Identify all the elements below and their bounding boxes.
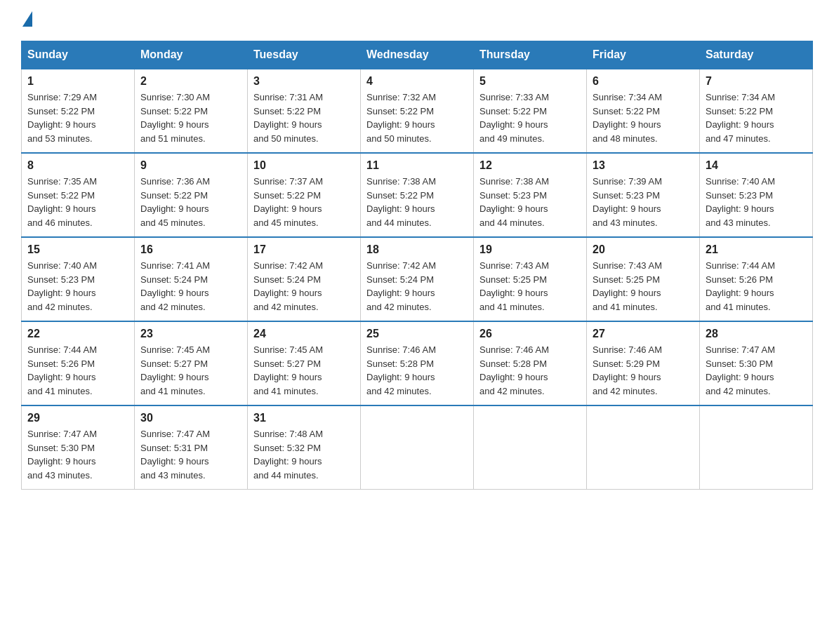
day-info: Sunrise: 7:46 AM Sunset: 5:28 PM Dayligh… [366, 344, 436, 396]
calendar-week-row: 1 Sunrise: 7:29 AM Sunset: 5:22 PM Dayli… [22, 69, 813, 153]
day-number: 16 [140, 243, 241, 256]
calendar-day-cell: 10 Sunrise: 7:37 AM Sunset: 5:22 PM Dayl… [248, 153, 361, 237]
calendar-day-cell: 1 Sunrise: 7:29 AM Sunset: 5:22 PM Dayli… [22, 69, 135, 153]
day-number: 17 [253, 243, 355, 256]
calendar-day-cell: 7 Sunrise: 7:34 AM Sunset: 5:22 PM Dayli… [700, 69, 813, 153]
weekday-header: Wednesday [361, 41, 474, 69]
calendar-day-cell: 8 Sunrise: 7:35 AM Sunset: 5:22 PM Dayli… [22, 153, 135, 237]
day-info: Sunrise: 7:38 AM Sunset: 5:22 PM Dayligh… [366, 176, 436, 228]
day-number: 15 [27, 243, 128, 256]
calendar-day-cell: 6 Sunrise: 7:34 AM Sunset: 5:22 PM Dayli… [587, 69, 700, 153]
calendar-header-row: SundayMondayTuesdayWednesdayThursdayFrid… [22, 41, 813, 69]
day-info: Sunrise: 7:29 AM Sunset: 5:22 PM Dayligh… [27, 92, 97, 144]
day-number: 3 [253, 75, 355, 88]
day-number: 30 [140, 412, 241, 424]
calendar-day-cell: 26 Sunrise: 7:46 AM Sunset: 5:28 PM Dayl… [474, 321, 587, 405]
day-info: Sunrise: 7:32 AM Sunset: 5:22 PM Dayligh… [366, 92, 436, 144]
calendar-day-cell: 29 Sunrise: 7:47 AM Sunset: 5:30 PM Dayl… [22, 405, 135, 490]
day-number: 31 [253, 412, 355, 424]
day-number: 5 [479, 75, 581, 88]
calendar-day-cell [474, 405, 587, 490]
calendar-week-row: 15 Sunrise: 7:40 AM Sunset: 5:23 PM Dayl… [22, 237, 813, 321]
calendar-day-cell: 14 Sunrise: 7:40 AM Sunset: 5:23 PM Dayl… [700, 153, 813, 237]
calendar-day-cell: 30 Sunrise: 7:47 AM Sunset: 5:31 PM Dayl… [135, 405, 248, 490]
weekday-header: Saturday [700, 41, 813, 69]
page-header [21, 14, 813, 27]
weekday-header: Tuesday [248, 41, 361, 69]
calendar-day-cell: 24 Sunrise: 7:45 AM Sunset: 5:27 PM Dayl… [248, 321, 361, 405]
calendar-day-cell: 27 Sunrise: 7:46 AM Sunset: 5:29 PM Dayl… [587, 321, 700, 405]
day-info: Sunrise: 7:43 AM Sunset: 5:25 PM Dayligh… [593, 260, 662, 312]
calendar-day-cell: 25 Sunrise: 7:46 AM Sunset: 5:28 PM Dayl… [361, 321, 474, 405]
day-info: Sunrise: 7:42 AM Sunset: 5:24 PM Dayligh… [366, 260, 436, 312]
day-info: Sunrise: 7:36 AM Sunset: 5:22 PM Dayligh… [140, 176, 210, 228]
day-number: 26 [479, 328, 581, 340]
calendar-week-row: 29 Sunrise: 7:47 AM Sunset: 5:30 PM Dayl… [22, 405, 813, 490]
day-number: 12 [479, 159, 581, 172]
day-info: Sunrise: 7:39 AM Sunset: 5:23 PM Dayligh… [593, 176, 662, 228]
day-number: 19 [479, 243, 581, 256]
calendar-day-cell: 5 Sunrise: 7:33 AM Sunset: 5:22 PM Dayli… [474, 69, 587, 153]
calendar-day-cell: 9 Sunrise: 7:36 AM Sunset: 5:22 PM Dayli… [135, 153, 248, 237]
calendar-week-row: 22 Sunrise: 7:44 AM Sunset: 5:26 PM Dayl… [22, 321, 813, 405]
calendar-day-cell: 3 Sunrise: 7:31 AM Sunset: 5:22 PM Dayli… [248, 69, 361, 153]
weekday-header: Sunday [22, 41, 135, 69]
calendar-day-cell: 16 Sunrise: 7:41 AM Sunset: 5:24 PM Dayl… [135, 237, 248, 321]
calendar-day-cell: 28 Sunrise: 7:47 AM Sunset: 5:30 PM Dayl… [700, 321, 813, 405]
day-number: 10 [253, 159, 355, 172]
day-number: 8 [27, 159, 128, 172]
calendar-day-cell: 17 Sunrise: 7:42 AM Sunset: 5:24 PM Dayl… [248, 237, 361, 321]
calendar-day-cell [700, 405, 813, 490]
calendar-day-cell: 23 Sunrise: 7:45 AM Sunset: 5:27 PM Dayl… [135, 321, 248, 405]
day-info: Sunrise: 7:34 AM Sunset: 5:22 PM Dayligh… [706, 92, 775, 144]
weekday-header: Friday [587, 41, 700, 69]
day-info: Sunrise: 7:44 AM Sunset: 5:26 PM Dayligh… [27, 344, 97, 396]
calendar-week-row: 8 Sunrise: 7:35 AM Sunset: 5:22 PM Dayli… [22, 153, 813, 237]
calendar-table: SundayMondayTuesdayWednesdayThursdayFrid… [21, 41, 813, 490]
day-info: Sunrise: 7:40 AM Sunset: 5:23 PM Dayligh… [27, 260, 97, 312]
day-info: Sunrise: 7:44 AM Sunset: 5:26 PM Dayligh… [706, 260, 775, 312]
day-number: 28 [706, 328, 807, 340]
day-number: 6 [593, 75, 694, 88]
day-number: 9 [140, 159, 241, 172]
day-info: Sunrise: 7:45 AM Sunset: 5:27 PM Dayligh… [253, 344, 323, 396]
day-info: Sunrise: 7:45 AM Sunset: 5:27 PM Dayligh… [140, 344, 210, 396]
day-number: 13 [593, 159, 694, 172]
calendar-day-cell: 18 Sunrise: 7:42 AM Sunset: 5:24 PM Dayl… [361, 237, 474, 321]
calendar-day-cell: 13 Sunrise: 7:39 AM Sunset: 5:23 PM Dayl… [587, 153, 700, 237]
day-number: 25 [366, 328, 468, 340]
day-number: 20 [593, 243, 694, 256]
day-info: Sunrise: 7:48 AM Sunset: 5:32 PM Dayligh… [253, 429, 323, 481]
day-number: 2 [140, 75, 241, 88]
day-number: 24 [253, 328, 355, 340]
day-info: Sunrise: 7:47 AM Sunset: 5:30 PM Dayligh… [27, 429, 97, 481]
calendar-day-cell: 20 Sunrise: 7:43 AM Sunset: 5:25 PM Dayl… [587, 237, 700, 321]
calendar-day-cell: 2 Sunrise: 7:30 AM Sunset: 5:22 PM Dayli… [135, 69, 248, 153]
day-number: 27 [593, 328, 694, 340]
day-info: Sunrise: 7:47 AM Sunset: 5:31 PM Dayligh… [140, 429, 210, 481]
day-number: 14 [706, 159, 807, 172]
calendar-day-cell: 12 Sunrise: 7:38 AM Sunset: 5:23 PM Dayl… [474, 153, 587, 237]
calendar-day-cell [587, 405, 700, 490]
calendar-day-cell: 22 Sunrise: 7:44 AM Sunset: 5:26 PM Dayl… [22, 321, 135, 405]
calendar-day-cell: 31 Sunrise: 7:48 AM Sunset: 5:32 PM Dayl… [248, 405, 361, 490]
day-info: Sunrise: 7:35 AM Sunset: 5:22 PM Dayligh… [27, 176, 97, 228]
day-info: Sunrise: 7:30 AM Sunset: 5:22 PM Dayligh… [140, 92, 210, 144]
day-number: 1 [27, 75, 128, 88]
day-number: 4 [366, 75, 468, 88]
day-info: Sunrise: 7:43 AM Sunset: 5:25 PM Dayligh… [479, 260, 549, 312]
logo [21, 14, 32, 27]
day-number: 18 [366, 243, 468, 256]
day-number: 22 [27, 328, 128, 340]
weekday-header: Thursday [474, 41, 587, 69]
calendar-day-cell: 19 Sunrise: 7:43 AM Sunset: 5:25 PM Dayl… [474, 237, 587, 321]
weekday-header: Monday [135, 41, 248, 69]
calendar-day-cell: 11 Sunrise: 7:38 AM Sunset: 5:22 PM Dayl… [361, 153, 474, 237]
day-info: Sunrise: 7:47 AM Sunset: 5:30 PM Dayligh… [706, 344, 775, 396]
day-number: 21 [706, 243, 807, 256]
day-info: Sunrise: 7:33 AM Sunset: 5:22 PM Dayligh… [479, 92, 549, 144]
day-info: Sunrise: 7:46 AM Sunset: 5:28 PM Dayligh… [479, 344, 549, 396]
day-info: Sunrise: 7:46 AM Sunset: 5:29 PM Dayligh… [593, 344, 662, 396]
day-number: 7 [706, 75, 807, 88]
day-info: Sunrise: 7:40 AM Sunset: 5:23 PM Dayligh… [706, 176, 775, 228]
